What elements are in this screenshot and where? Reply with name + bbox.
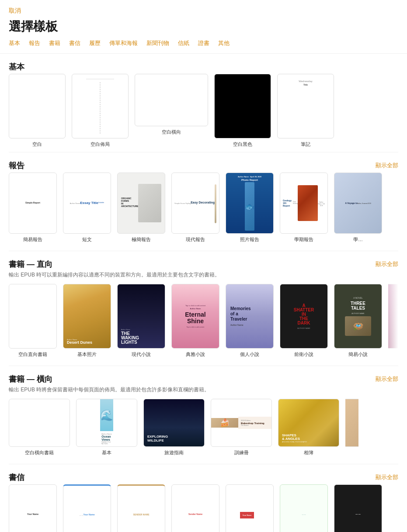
organic-label: 極簡報告	[132, 236, 151, 243]
nav-item-books[interactable]: 書籍	[49, 39, 60, 47]
blank-vbook-label: 空白直向書籍	[18, 351, 47, 358]
desert-dunes-label: 基本照片	[77, 351, 97, 358]
ocean-views-label: 基本	[102, 449, 111, 456]
three-tales-label: 簡易小說	[348, 351, 368, 358]
nav-item-letter[interactable]: 書信	[69, 39, 80, 47]
nav-item-certificate[interactable]: 證書	[198, 39, 209, 47]
section-basic: 基本 空白 空白佈局 空白橫向 空白黑色	[0, 54, 407, 152]
template-photo-report[interactable]: Author Name · April 28, 2020 Photo Repor…	[226, 173, 274, 243]
section-books-horizontal: 書籍 — 橫向 顯示全部 輸出 EPUB 時將會保留書籍中每個頁面的佈局。最適用…	[0, 366, 407, 464]
template-letter-red[interactable]: Your Name	[226, 484, 274, 532]
bakeshop-thumb: 🍰 2024 Edition Bakeshop Training The Bas…	[211, 399, 272, 447]
template-simple-report[interactable]: Simple Report 簡易報告	[9, 173, 57, 243]
notes-thumb: Wednesday Title	[277, 74, 334, 138]
section-books-vertical: 書籍 — 直向 顯示全部 輸出 EPUB 時可以重新編排內容以適應不同的裝置和方…	[0, 251, 407, 366]
template-waking-lights[interactable]: Author Name THEWAKINGLIGHTS 現代小說	[117, 284, 165, 358]
basic-section-title: 基本	[9, 62, 24, 72]
simple-report-label: 簡易報告	[23, 236, 42, 243]
report-show-all[interactable]: 顯示全部	[376, 162, 398, 169]
template-letter-blue[interactable]: — — Your Name	[63, 484, 111, 532]
shapes-angles-thumb: SHAPES& ANGLES ARCHITECTURAL PHOTOGRAPHY	[278, 399, 339, 447]
template-blank-canvas[interactable]: 空白佈局	[72, 74, 129, 148]
template-more-novel[interactable]	[388, 284, 398, 358]
template-letter-blank[interactable]: Your Name	[9, 484, 57, 532]
nav-bar: 基本 報告 書籍 書信 履歷 傳單和海報 新聞刊物 信紙 證書 其他	[0, 39, 407, 54]
template-letter-lined[interactable]: — —	[280, 484, 328, 532]
hbook-more-thumb	[345, 399, 358, 447]
waking-lights-label: 現代小說	[132, 351, 151, 358]
memories-traveler-label: 個人小說	[240, 351, 259, 358]
template-blank-hbook[interactable]: 空白橫向書籍	[9, 399, 70, 456]
organic-thumb: ORGANIC FORMSIN ARCHITECTURE	[117, 173, 165, 234]
template-blank-landscape[interactable]: 空白橫向	[135, 74, 208, 148]
nav-item-misc[interactable]: 其他	[218, 39, 230, 47]
blank-black-thumb	[214, 74, 271, 138]
section-letter: 書信 顯示全部 Your Name — —	[0, 464, 407, 532]
desert-dunes-thumb: Author Name Desert Dunes	[63, 284, 111, 349]
booksh-section-title: 書籍 — 橫向	[9, 374, 52, 384]
shatter-dark-thumb: ASHATTERINTHEDARK AUTHOR NAME	[280, 284, 328, 349]
wildlife-thumb: ExploringWildlife	[143, 399, 205, 447]
template-shapes-angles[interactable]: SHAPES& ANGLES ARCHITECTURAL PHOTOGRAPHY…	[278, 399, 339, 456]
essay-thumb: Author Name Essay Title Subtitle	[63, 173, 111, 234]
notes-label: 筆記	[301, 141, 310, 148]
nav-item-stationery[interactable]: 信紙	[178, 39, 189, 47]
letter-sender1-thumb: SENDER NAME	[117, 484, 165, 532]
ocean-views-thumb: 🌊 Author Name OceanViews Highlights From…	[76, 399, 137, 447]
simple-report-thumb: Simple Report	[9, 173, 57, 234]
blank-white-thumb	[9, 74, 66, 138]
template-modern-report[interactable]: Simple Home Styling Easy Decorating 現代報告	[171, 173, 219, 243]
blank-vbook-thumb	[9, 284, 57, 349]
template-memories-traveler[interactable]: Memoriesof aTraveler Author Name 個人小說	[226, 284, 274, 358]
photo-report-thumb: Author Name · April 28, 2020 Photo Repor…	[226, 173, 274, 234]
nav-item-newsletter[interactable]: 新聞刊物	[146, 39, 169, 47]
template-voyage[interactable]: A Voyage to Author, Unnamed 2019 學…	[334, 173, 382, 243]
template-letter-dark[interactable]: — —	[334, 484, 382, 532]
blank-canvas-label: 空白佈局	[90, 141, 110, 148]
page-title: 選擇樣板	[0, 17, 407, 39]
template-notes[interactable]: Wednesday Title 筆記	[277, 74, 334, 148]
letter-dark-thumb: — —	[334, 484, 382, 532]
letter-blank-thumb: Your Name	[9, 484, 57, 532]
report-section-title: 報告	[9, 160, 24, 171]
cancel-button[interactable]: 取消	[0, 0, 30, 17]
template-blank-black[interactable]: 空白黑色	[214, 74, 271, 148]
bakeshop-label: 訓練冊	[234, 449, 249, 456]
template-eternal-shine[interactable]: Tap to click to add content Author Name …	[171, 284, 219, 358]
letter-lined-thumb: — —	[280, 484, 328, 532]
letter-blue-thumb: — — Your Name	[63, 484, 111, 532]
nav-item-flyer[interactable]: 傳單和海報	[109, 39, 138, 47]
template-shatter-dark[interactable]: ASHATTERINTHEDARK AUTHOR NAME 前衛小說	[280, 284, 328, 358]
template-organic[interactable]: ORGANIC FORMSIN ARCHITECTURE 極簡報告	[117, 173, 165, 243]
template-hbook-more[interactable]	[345, 399, 358, 456]
letter-section-title: 書信	[9, 472, 24, 483]
blank-hbook-thumb	[9, 399, 70, 447]
nav-item-report[interactable]: 報告	[29, 39, 40, 47]
template-geology[interactable]: Geology 101 Report Topic Heading Author …	[280, 173, 328, 243]
booksh-show-all[interactable]: 顯示全部	[376, 375, 398, 383]
booksv-show-all[interactable]: 顯示全部	[376, 260, 398, 268]
template-blank-white[interactable]: 空白	[9, 74, 66, 148]
eternal-shine-label: 典雅小說	[186, 351, 205, 358]
letter-sender2-thumb: Sender Name	[171, 484, 219, 532]
section-report: 報告 顯示全部 Simple Report	[0, 152, 407, 251]
nav-item-resume[interactable]: 履歷	[89, 39, 101, 47]
blank-hbook-label: 空白橫向書籍	[25, 449, 54, 456]
template-letter-sender2[interactable]: Sender Name	[171, 484, 219, 532]
template-desert-dunes[interactable]: Author Name Desert Dunes 基本照片	[63, 284, 111, 358]
template-ocean-views[interactable]: 🌊 Author Name OceanViews Highlights From…	[76, 399, 137, 456]
modern-report-label: 現代報告	[186, 236, 205, 243]
template-bakeshop[interactable]: 🍰 2024 Edition Bakeshop Training The Bas…	[211, 399, 272, 456]
template-letter-sender1[interactable]: SENDER NAME	[117, 484, 165, 532]
blank-canvas-thumb	[72, 74, 129, 138]
letter-show-all[interactable]: 顯示全部	[376, 473, 398, 481]
template-three-tales[interactable]: A Novel THREETALES AUTHOR NAME 🪺 簡易小說	[334, 284, 382, 358]
modern-report-thumb: Simple Home Styling Easy Decorating	[171, 173, 219, 234]
geology-thumb: Geology 101 Report Topic Heading Author …	[280, 173, 328, 234]
geology-label: 學期報告	[294, 236, 313, 243]
nav-item-basic[interactable]: 基本	[9, 39, 20, 47]
template-wildlife[interactable]: ExploringWildlife 旅遊指南	[143, 399, 205, 456]
template-blank-vbook[interactable]: 空白直向書籍	[9, 284, 57, 358]
essay-label: 短文	[82, 236, 92, 243]
template-essay[interactable]: Author Name Essay Title Subtitle 短文	[63, 173, 111, 243]
